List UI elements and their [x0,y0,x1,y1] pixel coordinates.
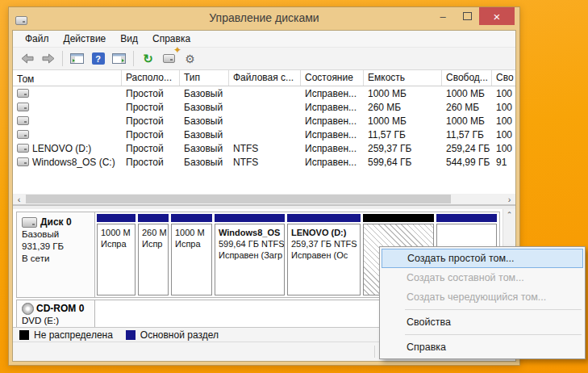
column-header-free[interactable]: Свобод... [442,70,492,86]
cell-type: Базовый [180,129,229,140]
cell-filesystem: NTFS [229,157,301,168]
cdrom-label[interactable]: CD-ROM 0 DVD (E:) [17,300,95,327]
partition[interactable]: 1000 М Испра [97,214,136,295]
column-header-filesystem[interactable]: Файловая с... [229,70,301,86]
cell-layout: Простой [122,129,180,140]
cell-layout: Простой [122,157,180,168]
partition-lenovo-d[interactable]: LENOVO (D:) 259,37 ГБ NTFS Исправен (Ос [287,214,361,295]
volume-row[interactable]: Простой Базовый Исправен... 11,57 ГБ 11,… [13,128,515,141]
column-header-type[interactable]: Тип [180,70,229,86]
cell-capacity: 599,64 ГБ [364,157,442,168]
cell-type: Базовый [180,88,229,99]
context-menu: Создать простой том... Создать составной… [379,246,586,359]
menu-item-properties[interactable]: Свойства [382,312,583,332]
menu-item-help[interactable]: Справка [382,337,583,357]
cell-free: 544,99 ГБ [442,157,492,168]
cell-type: Базовый [180,102,229,113]
cell-type: Базовый [180,115,229,127]
maximize-icon [463,12,472,20]
partition-name: LENOVO (D:) [291,227,357,238]
volume-row[interactable]: Windows8_OS (C:) Простой Базовый NTFS Ис… [13,155,515,169]
partition-size: 1000 М [101,227,132,238]
disk0-size: 931,39 ГБ [22,241,91,253]
cell-type: Базовый [180,143,229,154]
scrollbar-thumb[interactable] [26,195,451,203]
legend-primary-label: Основной раздел [140,329,219,341]
volume-row[interactable]: LENOVO (D:) Простой Базовый NTFS Исправе… [13,141,515,155]
action-pane-icon[interactable] [109,49,129,68]
partition-status: Исправен (Ос [291,249,357,261]
column-header-layout[interactable]: Располо... [122,70,180,86]
partition-size: 1000 М [175,227,209,238]
partition-type-band [215,214,285,222]
partition-type-band [97,214,136,222]
desktop: Управление дисками – × Файл Действие Вид… [0,0,588,373]
partition-type-band [436,214,497,222]
cdrom-media: DVD (E:) [22,315,91,327]
menu-separator [405,309,582,310]
menu-action[interactable]: Действие [56,31,114,46]
cell-capacity: 260 МБ [364,102,442,113]
volume-row[interactable]: Простой Базовый Исправен... 1000 МБ 1000… [13,114,515,128]
close-button[interactable]: × [479,7,515,25]
cell-capacity: 11,57 ГБ [364,129,442,140]
scroll-left-icon[interactable]: ‹ [13,194,25,204]
cell-free: 259,24 ГБ [442,143,492,154]
maximize-button[interactable] [455,7,479,25]
menu-file[interactable]: Файл [18,31,56,46]
volume-icon [17,157,29,166]
computer-management-icon[interactable]: ⚙ [180,49,200,68]
volume-icon [17,103,29,111]
volume-name: LENOVO (D:) [32,143,91,154]
cell-free-pct: 100 [492,129,515,140]
partition-size: 599,64 ГБ NTFS [219,238,281,249]
menu-view[interactable]: Вид [113,31,145,46]
disk-properties-icon[interactable]: ✦ [159,49,179,68]
partition[interactable]: 1000 М Испра [171,214,212,295]
column-header-status[interactable]: Состояние [301,70,364,86]
menu-item-create-simple-volume[interactable]: Создать простой том... [382,249,583,268]
partition-status: Испра [101,238,132,249]
menu-bar: Файл Действие Вид Справка [13,31,515,48]
column-header-volume[interactable]: Том [13,70,122,86]
cell-status: Исправен... [301,143,364,154]
volume-icon [17,130,29,139]
minimize-button[interactable]: – [431,7,455,25]
cell-layout: Простой [122,115,180,127]
column-header-capacity[interactable]: Емкость [364,70,442,86]
column-header-free-pct[interactable]: Сво [492,70,515,86]
cell-status: Исправен... [301,129,364,140]
cell-capacity: 1000 МБ [364,88,442,99]
cell-free: 11,57 ГБ [442,129,492,140]
cell-free-pct: 100 [492,102,515,113]
toolbar: ? ↻ ✦ ⚙ [13,48,515,70]
partition[interactable]: 260 М Испр [138,214,169,295]
back-icon[interactable] [17,49,37,68]
toolbar-separator [133,51,134,66]
title-bar[interactable]: Управление дисками – × [9,7,519,30]
volume-row[interactable]: Простой Базовый Исправен... 260 МБ 260 М… [13,100,515,114]
disk0-status: В сети [22,253,91,265]
refresh-icon[interactable]: ↻ [138,49,158,68]
menu-help[interactable]: Справка [145,31,198,46]
cell-free: 1000 МБ [442,115,492,127]
scroll-right-icon[interactable]: › [503,194,515,204]
disk0-label[interactable]: Диск 0 Базовый 931,39 ГБ В сети [17,212,95,297]
cell-free-pct: 100 [492,115,515,127]
partition-status: Испр [142,238,165,249]
cell-capacity: 259,37 ГБ [364,143,442,154]
legend-unallocated-swatch [19,330,29,340]
disk-icon [22,217,37,228]
volume-icon [17,144,29,153]
partition-windows8-os[interactable]: Windows8_OS 599,64 ГБ NTFS Исправен (Заг… [215,214,285,295]
scroll-up-icon[interactable]: ⌃ [503,209,515,220]
console-tree-icon[interactable] [67,49,87,68]
help-icon[interactable]: ? [88,49,108,68]
cell-free: 1000 МБ [442,88,492,99]
volume-row[interactable]: Простой Базовый Исправен... 1000 МБ 1000… [13,86,515,100]
horizontal-scrollbar[interactable]: ‹ › [13,194,515,204]
forward-icon[interactable] [38,49,58,68]
partition-size: 260 М [142,227,165,238]
cell-free-pct: 100 [492,88,515,99]
partition-status: Испра [175,238,209,249]
